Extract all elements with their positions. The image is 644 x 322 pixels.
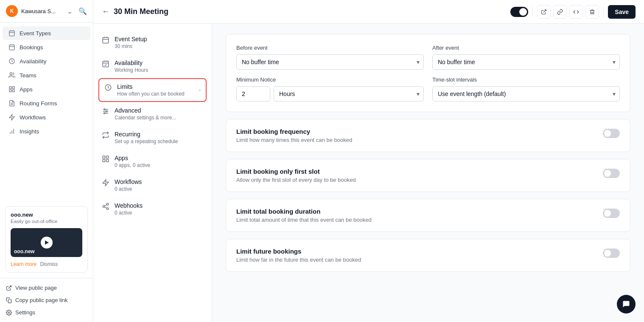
limit-duration-toggle[interactable]	[603, 209, 620, 218]
code-icon	[573, 9, 579, 15]
sidebar-item-insights[interactable]: Insights	[3, 124, 90, 138]
minimum-notice-field-row: Hours Minutes Days ▾	[236, 86, 424, 102]
code-button[interactable]	[569, 5, 583, 19]
limit-future-toggle[interactable]	[603, 249, 620, 258]
left-nav-title: Webhooks	[115, 202, 203, 209]
left-nav-item-apps[interactable]: Apps 0 apps, 0 active	[93, 150, 212, 173]
svg-rect-17	[106, 156, 109, 158]
svg-point-14	[106, 111, 107, 112]
link-button[interactable]	[553, 5, 567, 19]
trash-icon	[589, 9, 595, 15]
enable-toggle[interactable]	[510, 7, 528, 17]
minimum-notice-unit-select[interactable]: Hours Minutes Days	[274, 86, 424, 102]
svg-rect-1	[9, 45, 14, 50]
limit-first-slot-toggle[interactable]	[603, 169, 620, 178]
chat-bubble[interactable]	[617, 295, 636, 314]
external-link-button[interactable]	[537, 5, 551, 19]
after-event-label: After event	[432, 45, 620, 51]
calendar-icon	[102, 36, 109, 44]
external-link-icon	[541, 9, 547, 15]
settings-link[interactable]: Settings	[0, 306, 93, 319]
play-icon	[45, 240, 49, 245]
copy-icon	[6, 297, 12, 303]
sidebar-item-label: Bookings	[20, 44, 43, 51]
left-nav-item-recurring[interactable]: Recurring Set up a repeating schedule	[93, 126, 212, 150]
promo-title: ooo.new	[11, 212, 82, 218]
topbar: ← 30 Min Meeting Save	[93, 0, 644, 24]
clock-icon	[8, 58, 15, 65]
sidebar: K Kawusara S... ⌄ 🔍 Event Types Bookings…	[0, 0, 93, 322]
section-title: Limit booking frequency	[236, 128, 603, 135]
dismiss-button[interactable]: Dismiss	[40, 261, 58, 267]
save-button[interactable]: Save	[608, 5, 636, 19]
timeslot-label: Time-slot intervals	[432, 76, 620, 83]
settings-label: Settings	[15, 309, 35, 316]
view-public-page-link[interactable]: View public page	[0, 282, 93, 294]
page-title: 30 Min Meeting	[114, 7, 510, 16]
left-nav-title: Apps	[115, 155, 203, 161]
chevron-right-icon: ›	[199, 87, 201, 93]
section-desc: Limit how far in the future this event c…	[236, 257, 603, 263]
timeslot-col: Time-slot intervals Use event length (de…	[432, 76, 620, 102]
search-icon[interactable]: 🔍	[78, 7, 87, 15]
sidebar-item-teams[interactable]: Teams	[3, 68, 90, 82]
svg-rect-8	[8, 299, 11, 303]
sidebar-nav: Event Types Bookings Availability Teams …	[0, 23, 93, 201]
promo-video[interactable]: ooo.new	[11, 228, 82, 257]
chat-icon	[622, 300, 630, 308]
left-nav-panel: Event Setup 30 mins Availability Working…	[93, 24, 212, 322]
sidebar-item-label: Event Types	[20, 30, 51, 37]
sidebar-item-label: Apps	[20, 86, 33, 93]
minimum-notice-col: Minimum Notice Hours Minutes Days ▾	[236, 76, 424, 102]
left-nav-item-event-setup[interactable]: Event Setup 30 mins	[93, 31, 212, 54]
left-nav-item-workflows[interactable]: Workflows 0 active	[93, 173, 212, 197]
left-nav-item-limits[interactable]: Limits How often you can be booked ›	[98, 78, 207, 102]
toggle-thumb	[604, 130, 611, 137]
svg-rect-18	[103, 160, 105, 162]
toggle-thumb	[519, 8, 527, 16]
svg-rect-4	[9, 87, 11, 89]
before-event-select[interactable]: No buffer time	[236, 54, 424, 70]
calendar-check-icon	[102, 60, 109, 68]
section-desc: Limit how many times this event can be b…	[236, 137, 603, 143]
svg-point-22	[106, 208, 109, 210]
svg-rect-7	[12, 90, 14, 92]
chevron-down-icon[interactable]: ⌄	[67, 7, 73, 15]
learn-more-link[interactable]: Learn more	[11, 261, 36, 267]
before-event-label: Before event	[236, 45, 424, 51]
left-nav-item-advanced[interactable]: Advanced Calendar settings & more...	[93, 102, 212, 126]
sidebar-item-apps[interactable]: Apps	[3, 82, 90, 96]
delete-button[interactable]	[585, 5, 599, 19]
divider2	[603, 7, 604, 17]
content-area: Event Setup 30 mins Availability Working…	[93, 24, 644, 322]
minimum-notice-input[interactable]	[236, 86, 270, 102]
play-button[interactable]	[41, 237, 53, 249]
after-event-select[interactable]: No buffer time	[432, 54, 620, 70]
limit-future-bookings-card: Limit future bookings Limit how far in t…	[226, 239, 630, 272]
sidebar-item-label: Teams	[20, 72, 36, 79]
left-nav-title: Limits	[117, 83, 194, 90]
svg-rect-6	[9, 90, 11, 92]
timeslot-select[interactable]: Use event length (default) 5 minutes 10 …	[432, 86, 620, 102]
sidebar-item-availability[interactable]: Availability	[3, 54, 90, 68]
sidebar-item-routing-forms[interactable]: Routing Forms	[3, 96, 90, 110]
back-button[interactable]: ←	[102, 7, 109, 16]
svg-rect-11	[103, 61, 109, 67]
sliders-icon	[102, 107, 109, 115]
left-nav-title: Advanced	[115, 107, 203, 114]
copy-public-page-link[interactable]: Copy public page link	[0, 294, 93, 306]
users-icon	[8, 72, 15, 79]
left-nav-subtitle: Set up a repeating schedule	[115, 138, 203, 144]
left-nav-item-webhooks[interactable]: Webhooks 0 active	[93, 197, 212, 221]
left-nav-item-availability[interactable]: Availability Working Hours	[93, 54, 212, 78]
grid-icon	[8, 86, 15, 93]
svg-point-9	[8, 312, 10, 314]
sidebar-item-workflows[interactable]: Workflows	[3, 110, 90, 124]
calendar-icon	[8, 30, 15, 37]
limit-frequency-toggle[interactable]	[603, 129, 620, 138]
sidebar-item-bookings[interactable]: Bookings	[3, 40, 90, 54]
copy-public-page-label: Copy public page link	[15, 297, 68, 303]
settings-icon	[6, 310, 12, 316]
sidebar-footer: View public page Copy public page link S…	[0, 278, 93, 322]
sidebar-item-event-types[interactable]: Event Types	[3, 26, 90, 40]
